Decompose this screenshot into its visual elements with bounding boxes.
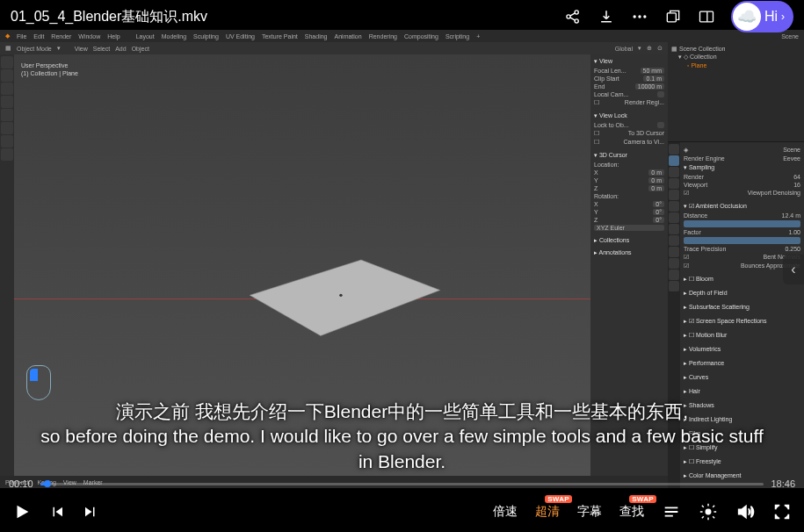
- mouse-hint-icon: [26, 365, 51, 400]
- time-current: 00:10: [9, 478, 33, 489]
- pip-icon[interactable]: [698, 8, 715, 25]
- more-icon[interactable]: [631, 8, 648, 25]
- svg-point-5: [643, 15, 646, 18]
- avatar-label: Hi: [764, 9, 778, 25]
- download-icon[interactable]: [598, 8, 615, 25]
- blender-outliner: ▦ Scene Collection ▾ ◇ Collection ▫ Plan…: [668, 42, 804, 142]
- chevron-right-icon: ›: [781, 11, 785, 23]
- multiwindow-icon[interactable]: [664, 8, 682, 25]
- video-title: 01_05_4_Blender基础知识.mkv: [11, 8, 207, 26]
- swap-badge: SWAP: [629, 495, 656, 503]
- blender-left-toolbar: [0, 54, 14, 476]
- fullscreen-button[interactable]: [772, 502, 792, 521]
- svg-marker-8: [250, 260, 440, 335]
- play-button[interactable]: [12, 502, 32, 521]
- volume-button[interactable]: [735, 502, 755, 521]
- svg-point-4: [638, 15, 641, 18]
- user-avatar-badge[interactable]: ☁️ Hi ›: [731, 1, 793, 32]
- playlist-button[interactable]: [662, 502, 681, 521]
- svg-point-10: [706, 509, 711, 514]
- svg-rect-7: [699, 11, 713, 22]
- side-expand-button[interactable]: ‹: [783, 255, 804, 284]
- plane-object: [223, 240, 459, 341]
- share-icon[interactable]: [564, 8, 582, 25]
- quality-button[interactable]: 超清SWAP: [535, 504, 560, 520]
- svg-rect-6: [667, 13, 676, 22]
- svg-point-9: [339, 294, 342, 297]
- next-button[interactable]: [83, 502, 98, 521]
- blender-tool-header: ▦Object Mode▾ ViewSelectAddObject Global…: [0, 42, 668, 54]
- search-button[interactable]: 查找SWAP: [619, 504, 644, 520]
- subtitle-button[interactable]: 字幕: [577, 504, 602, 520]
- progress-bar[interactable]: [40, 483, 764, 485]
- svg-point-3: [633, 15, 635, 18]
- subtitle-overlay: 演示之前 我想先介绍一下Blender中的一些简单工具和一些基本的东西, so …: [35, 399, 769, 474]
- swap-badge: SWAP: [545, 495, 572, 503]
- avatar-icon: ☁️: [733, 3, 761, 31]
- settings-button[interactable]: [699, 502, 718, 521]
- time-total: 18:46: [771, 478, 795, 489]
- prev-button[interactable]: [49, 502, 65, 521]
- subtitle-zh: 演示之前 我想先介绍一下Blender中的一些简单工具和一些基本的东西,: [35, 399, 769, 424]
- subtitle-en: so before doing the demo. I would like t…: [35, 424, 769, 474]
- speed-button[interactable]: 倍速: [493, 504, 518, 520]
